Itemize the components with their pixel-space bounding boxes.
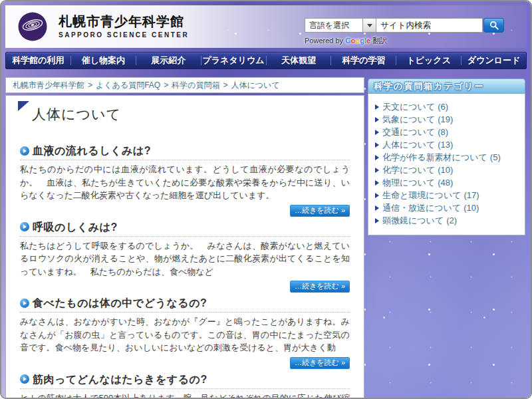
triangle-bullet-icon	[375, 205, 379, 211]
question-excerpt: 私たちはどうして呼吸をするのでしょうか。 みなさんは、酸素がないと燃えているロウ…	[20, 239, 350, 279]
sidebar-item-life-environment: 生命と環境について(17)	[374, 189, 519, 201]
sidebar-item-weather: 気象について(19)	[374, 113, 519, 126]
question-section: 筋肉ってどんなはたらきをするの? ヒトの筋肉は大人で500本以上あります。腕、足…	[20, 372, 350, 399]
breadcrumb: 札幌市青少年科学館 > よくある質問FAQ > 科学の質問箱 > 人体について	[5, 77, 364, 93]
triangle-bullet-icon	[375, 130, 379, 135]
sidebar-item-chemistry: 化学について(10)	[374, 164, 519, 176]
galaxy-logo-icon[interactable]	[17, 11, 48, 42]
sidebar-item-physics: 物理について(48)	[374, 176, 519, 189]
nav-item-download[interactable]: ダウンロード	[462, 53, 526, 68]
nav-item-facility-use[interactable]: 科学館の利用	[6, 53, 70, 68]
nav-item-events[interactable]: 催し物案内	[71, 53, 136, 68]
sidebar: 科学の質問箱カテゴリー 天文について(6) 気象について(19) 交通について(…	[368, 78, 525, 235]
nav-item-planetarium[interactable]: プラネタリウム	[201, 53, 266, 68]
triangle-bullet-icon	[375, 142, 379, 148]
sidebar-item-astronomy: 天文について(6)	[374, 100, 519, 113]
arrow-circle-icon	[20, 222, 29, 231]
question-heading: 食べたものは体の中でどうなるの?	[20, 296, 350, 313]
breadcrumb-separator: >	[88, 80, 92, 90]
question-title-link[interactable]: 血液の流れるしくみは?	[33, 144, 151, 158]
read-more-row: …続きを読む »	[20, 203, 350, 215]
chevron-down-icon	[367, 24, 372, 27]
read-more-button[interactable]: …続きを読む »	[290, 281, 350, 293]
page-title-row: 人体について	[20, 96, 350, 124]
read-more-row: …続きを読む »	[20, 279, 350, 291]
arrow-circle-icon	[20, 299, 29, 308]
search-icon	[489, 21, 499, 30]
nav-item-stargazing[interactable]: 天体観望	[267, 53, 331, 68]
question-section: 食べたものは体の中でどうなるの? みなさんは、おなかがすいた時、おなかが『グー』…	[20, 296, 350, 368]
question-heading: 血液の流れるしくみは?	[20, 144, 350, 160]
powered-by-text: Powered by	[305, 37, 343, 45]
nav-item-topics[interactable]: トピックス	[396, 53, 461, 68]
question-excerpt: 私たちのからだの中には血液が流れています。どうして血液が必要なのでしょうか。 血…	[20, 163, 350, 202]
language-select[interactable]: 言語を選択	[305, 18, 376, 33]
question-section: 呼吸のしくみは? 私たちはどうして呼吸をするのでしょうか。 みなさんは、酸素がな…	[20, 220, 350, 292]
question-heading: 呼吸のしくみは?	[20, 220, 350, 237]
search-button[interactable]	[483, 18, 504, 33]
triangle-bullet-icon	[375, 218, 379, 223]
sidebar-item-new-materials: 化学が作る新素材について(5)	[374, 151, 519, 164]
question-section: 血液の流れるしくみは? 私たちのからだの中には血液が流れています。どうして血液が…	[20, 144, 350, 215]
nav-item-exhibits[interactable]: 展示紹介	[136, 53, 201, 68]
breadcrumb-question-box-link[interactable]: 科学の質問箱	[172, 80, 219, 91]
site-header: 札幌市青少年科学館 SAPPORO SCIENCE CENTER 言語を選択 P…	[5, 5, 527, 48]
page-title: 人体について	[32, 105, 350, 124]
sidebar-item-human-body: 人体について(13)	[374, 138, 519, 151]
triangle-bullet-icon	[375, 117, 379, 122]
breadcrumb-separator: >	[223, 80, 227, 90]
question-excerpt: ヒトの筋肉は大人で500本以上あります。腕、足などそれぞれの目的に応じた伸び縮み…	[20, 392, 350, 399]
breadcrumb-faq-link[interactable]: よくある質問FAQ	[96, 80, 160, 91]
google-logo: Google	[345, 37, 370, 45]
breadcrumb-current: 人体について	[231, 80, 279, 91]
page: 札幌市青少年科学館 SAPPORO SCIENCE CENTER 言語を選択 P…	[0, 0, 532, 399]
breadcrumb-separator: >	[164, 80, 168, 90]
triangle-bullet-icon	[375, 104, 379, 110]
sidebar-item-microscope: 顕微鏡について(2)	[374, 214, 519, 227]
triangle-bullet-icon	[375, 193, 379, 198]
language-select-value: 言語を選択	[305, 20, 349, 31]
powered-by-google-translate: Powered by Google 翻訳	[305, 36, 521, 46]
question-title-link[interactable]: 筋肉ってどんなはたらきをするの?	[33, 372, 207, 386]
main-nav: 科学館の利用 催し物案内 展示紹介 プラネタリウム 天体観望 科学の学習 トピッ…	[5, 52, 527, 69]
arrow-circle-icon	[20, 374, 29, 384]
select-arrow-button[interactable]	[362, 19, 376, 32]
translate-text: 翻訳	[372, 37, 387, 45]
triangle-bullet-icon	[375, 180, 379, 186]
sidebar-item-transport: 交通について(8)	[374, 126, 519, 138]
triangle-bullet-icon	[375, 168, 379, 173]
sidebar-item-communication: 通信・放送について(10)	[374, 201, 519, 214]
corner-flag-icon	[18, 101, 29, 111]
site-subtitle: SAPPORO SCIENCE CENTER	[59, 31, 189, 39]
site-title: 札幌市青少年科学館	[59, 13, 189, 29]
breadcrumb-home-link[interactable]: 札幌市青少年科学館	[13, 80, 84, 91]
nav-item-science-learning[interactable]: 科学の学習	[331, 53, 396, 68]
arrow-circle-icon	[20, 146, 29, 156]
question-heading: 筋肉ってどんなはたらきをするの?	[20, 372, 350, 389]
category-list: 天文について(6) 気象について(19) 交通について(8) 人体について(13…	[368, 94, 525, 235]
main-content: 人体について 血液の流れるしくみは? 私たちのからだの中には血液が流れています。…	[5, 95, 364, 399]
sidebar-title: 科学の質問箱カテゴリー	[368, 78, 525, 94]
question-title-link[interactable]: 食べたものは体の中でどうなるの?	[33, 296, 207, 310]
header-tools: 言語を選択 Powered by Google 翻訳	[305, 18, 521, 46]
read-more-button[interactable]: …続きを読む »	[290, 205, 350, 217]
question-excerpt: みなさんは、おなかがすいた時、おなかが『グー』と鳴ったことがありますね。みなさん…	[20, 315, 350, 354]
read-more-row: …続きを読む »	[20, 356, 350, 368]
triangle-bullet-icon	[375, 155, 379, 160]
read-more-button[interactable]: …続きを読む »	[290, 357, 350, 369]
question-title-link[interactable]: 呼吸のしくみは?	[33, 220, 118, 234]
site-search-input[interactable]	[376, 18, 483, 33]
site-titles: 札幌市青少年科学館 SAPPORO SCIENCE CENTER	[59, 13, 189, 39]
